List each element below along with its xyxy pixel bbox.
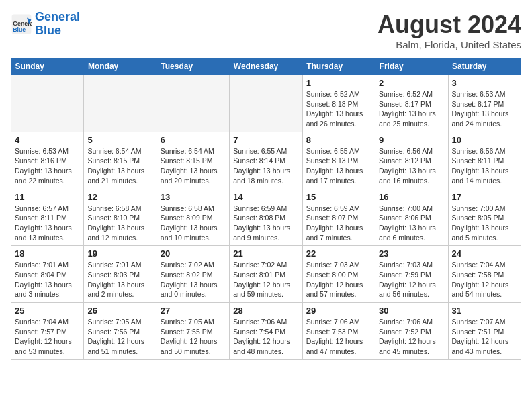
day-cell: 30Sunrise: 7:06 AM Sunset: 7:52 PM Dayli… xyxy=(375,303,448,360)
day-cell: 25Sunrise: 7:04 AM Sunset: 7:57 PM Dayli… xyxy=(11,303,84,360)
day-cell: 21Sunrise: 7:02 AM Sunset: 8:01 PM Dayli… xyxy=(230,246,302,303)
day-number: 16 xyxy=(379,192,444,202)
day-info: Sunrise: 6:53 AM Sunset: 8:17 PM Dayligh… xyxy=(452,89,517,129)
day-info: Sunrise: 7:01 AM Sunset: 8:04 PM Dayligh… xyxy=(15,260,80,300)
day-info: Sunrise: 6:59 AM Sunset: 8:08 PM Dayligh… xyxy=(233,203,298,243)
day-info: Sunrise: 7:02 AM Sunset: 8:02 PM Dayligh… xyxy=(161,260,226,300)
day-cell xyxy=(84,75,157,132)
day-number: 13 xyxy=(161,192,226,202)
day-info: Sunrise: 7:01 AM Sunset: 8:03 PM Dayligh… xyxy=(87,260,152,300)
title-block: August 2024 Balm, Florida, United States xyxy=(378,11,521,50)
day-header-sunday: Sunday xyxy=(11,58,84,75)
day-info: Sunrise: 7:05 AM Sunset: 7:56 PM Dayligh… xyxy=(87,317,152,357)
day-number: 30 xyxy=(379,306,444,316)
day-cell: 11Sunrise: 6:57 AM Sunset: 8:11 PM Dayli… xyxy=(11,189,84,246)
day-cell: 6Sunrise: 6:54 AM Sunset: 8:15 PM Daylig… xyxy=(157,132,229,189)
day-number: 27 xyxy=(161,306,226,316)
day-cell xyxy=(11,75,84,132)
day-cell xyxy=(230,75,302,132)
day-cell: 15Sunrise: 6:59 AM Sunset: 8:07 PM Dayli… xyxy=(302,189,375,246)
day-number: 5 xyxy=(87,135,152,145)
day-cell: 26Sunrise: 7:05 AM Sunset: 7:56 PM Dayli… xyxy=(84,303,157,360)
day-cell: 16Sunrise: 7:00 AM Sunset: 8:06 PM Dayli… xyxy=(375,189,448,246)
day-cell: 13Sunrise: 6:58 AM Sunset: 8:09 PM Dayli… xyxy=(157,189,229,246)
day-number: 8 xyxy=(306,135,371,145)
day-cell: 12Sunrise: 6:58 AM Sunset: 8:10 PM Dayli… xyxy=(84,189,157,246)
day-cell: 17Sunrise: 7:00 AM Sunset: 8:05 PM Dayli… xyxy=(448,189,521,246)
day-cell: 7Sunrise: 6:55 AM Sunset: 8:14 PM Daylig… xyxy=(230,132,302,189)
day-cell: 18Sunrise: 7:01 AM Sunset: 8:04 PM Dayli… xyxy=(11,246,84,303)
day-number: 23 xyxy=(379,248,444,259)
day-info: Sunrise: 7:02 AM Sunset: 8:01 PM Dayligh… xyxy=(233,260,298,300)
page-header: General Blue General Blue August 2024 Ba… xyxy=(11,11,521,50)
day-info: Sunrise: 7:03 AM Sunset: 8:00 PM Dayligh… xyxy=(306,260,371,300)
day-number: 24 xyxy=(452,248,517,259)
header-row: SundayMondayTuesdayWednesdayThursdayFrid… xyxy=(11,58,521,75)
day-info: Sunrise: 7:04 AM Sunset: 7:57 PM Dayligh… xyxy=(15,317,80,357)
day-cell: 3Sunrise: 6:53 AM Sunset: 8:17 PM Daylig… xyxy=(448,75,521,132)
day-info: Sunrise: 7:05 AM Sunset: 7:55 PM Dayligh… xyxy=(161,317,226,357)
day-cell: 5Sunrise: 6:54 AM Sunset: 8:15 PM Daylig… xyxy=(84,132,157,189)
week-row-5: 25Sunrise: 7:04 AM Sunset: 7:57 PM Dayli… xyxy=(11,303,521,360)
day-info: Sunrise: 6:57 AM Sunset: 8:11 PM Dayligh… xyxy=(15,203,80,243)
week-row-1: 1Sunrise: 6:52 AM Sunset: 8:18 PM Daylig… xyxy=(11,75,521,132)
day-header-wednesday: Wednesday xyxy=(230,58,302,75)
day-cell: 1Sunrise: 6:52 AM Sunset: 8:18 PM Daylig… xyxy=(302,75,375,132)
week-row-3: 11Sunrise: 6:57 AM Sunset: 8:11 PM Dayli… xyxy=(11,189,521,246)
day-number: 22 xyxy=(306,248,371,259)
svg-text:Blue: Blue xyxy=(13,26,26,33)
day-number: 14 xyxy=(233,192,298,202)
month-title: August 2024 xyxy=(378,11,521,39)
day-cell: 22Sunrise: 7:03 AM Sunset: 8:00 PM Dayli… xyxy=(302,246,375,303)
day-number: 1 xyxy=(306,78,371,88)
day-info: Sunrise: 6:56 AM Sunset: 8:12 PM Dayligh… xyxy=(379,146,444,186)
day-info: Sunrise: 6:53 AM Sunset: 8:16 PM Dayligh… xyxy=(15,146,80,186)
day-info: Sunrise: 6:52 AM Sunset: 8:17 PM Dayligh… xyxy=(379,89,444,129)
logo-text: General Blue xyxy=(35,11,80,38)
day-number: 9 xyxy=(379,135,444,145)
day-cell: 14Sunrise: 6:59 AM Sunset: 8:08 PM Dayli… xyxy=(230,189,302,246)
day-cell: 9Sunrise: 6:56 AM Sunset: 8:12 PM Daylig… xyxy=(375,132,448,189)
day-number: 17 xyxy=(452,192,517,202)
day-number: 12 xyxy=(87,192,152,202)
day-number: 28 xyxy=(233,306,298,316)
day-cell: 10Sunrise: 6:56 AM Sunset: 8:11 PM Dayli… xyxy=(448,132,521,189)
day-info: Sunrise: 7:06 AM Sunset: 7:52 PM Dayligh… xyxy=(379,317,444,357)
day-number: 26 xyxy=(87,306,152,316)
calendar-table: SundayMondayTuesdayWednesdayThursdayFrid… xyxy=(11,58,521,360)
day-cell: 4Sunrise: 6:53 AM Sunset: 8:16 PM Daylig… xyxy=(11,132,84,189)
day-cell xyxy=(157,75,229,132)
day-info: Sunrise: 6:56 AM Sunset: 8:11 PM Dayligh… xyxy=(452,146,517,186)
day-number: 15 xyxy=(306,192,371,202)
day-cell: 28Sunrise: 7:06 AM Sunset: 7:54 PM Dayli… xyxy=(230,303,302,360)
day-number: 29 xyxy=(306,306,371,316)
day-cell: 19Sunrise: 7:01 AM Sunset: 8:03 PM Dayli… xyxy=(84,246,157,303)
day-header-saturday: Saturday xyxy=(448,58,521,75)
day-number: 6 xyxy=(161,135,226,145)
day-number: 10 xyxy=(452,135,517,145)
day-info: Sunrise: 6:59 AM Sunset: 8:07 PM Dayligh… xyxy=(306,203,371,243)
day-info: Sunrise: 6:55 AM Sunset: 8:14 PM Dayligh… xyxy=(233,146,298,186)
day-info: Sunrise: 7:00 AM Sunset: 8:06 PM Dayligh… xyxy=(379,203,444,243)
day-number: 19 xyxy=(87,248,152,259)
logo-icon: General Blue xyxy=(11,13,32,35)
day-info: Sunrise: 7:06 AM Sunset: 7:54 PM Dayligh… xyxy=(233,317,298,357)
day-info: Sunrise: 7:07 AM Sunset: 7:51 PM Dayligh… xyxy=(452,317,517,357)
logo-blue: Blue xyxy=(35,24,61,37)
day-number: 7 xyxy=(233,135,298,145)
day-info: Sunrise: 7:06 AM Sunset: 7:53 PM Dayligh… xyxy=(306,317,371,357)
day-header-thursday: Thursday xyxy=(302,58,375,75)
day-info: Sunrise: 6:58 AM Sunset: 8:10 PM Dayligh… xyxy=(87,203,152,243)
week-row-2: 4Sunrise: 6:53 AM Sunset: 8:16 PM Daylig… xyxy=(11,132,521,189)
day-number: 3 xyxy=(452,78,517,88)
day-number: 31 xyxy=(452,306,517,316)
day-info: Sunrise: 6:58 AM Sunset: 8:09 PM Dayligh… xyxy=(161,203,226,243)
day-cell: 29Sunrise: 7:06 AM Sunset: 7:53 PM Dayli… xyxy=(302,303,375,360)
day-number: 21 xyxy=(233,248,298,259)
location: Balm, Florida, United States xyxy=(378,39,521,50)
day-number: 25 xyxy=(15,306,80,316)
week-row-4: 18Sunrise: 7:01 AM Sunset: 8:04 PM Dayli… xyxy=(11,246,521,303)
day-info: Sunrise: 6:54 AM Sunset: 8:15 PM Dayligh… xyxy=(87,146,152,186)
day-cell: 20Sunrise: 7:02 AM Sunset: 8:02 PM Dayli… xyxy=(157,246,229,303)
day-info: Sunrise: 7:04 AM Sunset: 7:58 PM Dayligh… xyxy=(452,260,517,300)
